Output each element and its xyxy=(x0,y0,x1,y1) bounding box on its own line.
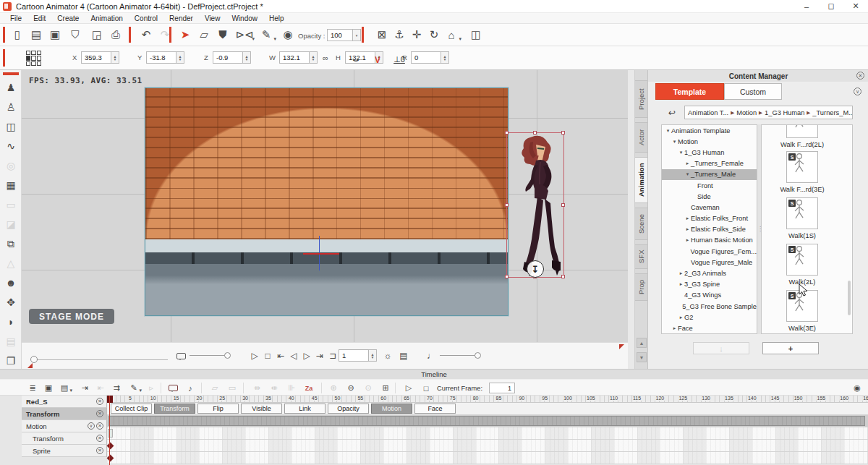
composer-icon[interactable]: ◫ xyxy=(0,119,22,135)
track-name-transform[interactable]: Transform✕ xyxy=(22,408,107,420)
play-icon[interactable]: ▷ xyxy=(402,382,415,394)
track-content-motion[interactable] xyxy=(107,427,868,440)
tree-item--turners-female[interactable]: ▸_Turners_Female xyxy=(662,158,757,169)
pen-edit-icon[interactable]: ✎▾ xyxy=(258,26,275,43)
clip-button-visible[interactable]: Visible xyxy=(241,404,282,414)
redo-icon[interactable]: ↷ xyxy=(156,26,174,43)
zero-anchor-icon[interactable]: Za xyxy=(302,382,315,394)
breadcrumb-item[interactable]: 1_G3 Human xyxy=(765,109,804,116)
dock-tab-animation[interactable]: Animation xyxy=(635,157,648,203)
audio-slider-knob[interactable] xyxy=(475,352,481,359)
breadcrumb-item[interactable]: Motion xyxy=(736,109,757,116)
render-preview-icon[interactable]: ◲ xyxy=(88,26,106,43)
eye-visibility-icon[interactable]: ◉ xyxy=(279,26,297,43)
opacity-field[interactable]: 100 xyxy=(327,29,353,41)
stage-canvas[interactable]: FPS: 33.93, AVG: 33.51 xyxy=(22,70,628,342)
breadcrumb[interactable]: Animation T...▶Motion▶1_G3 Human▶_Turner… xyxy=(684,106,853,119)
minimize-button[interactable]: – xyxy=(794,0,819,13)
lip-sync-icon[interactable] xyxy=(166,382,179,394)
clip-button-motion[interactable]: Motion xyxy=(371,404,412,414)
thumbnail-item[interactable]: SWalk(2L) xyxy=(762,244,843,286)
gear-icon[interactable]: ☼ xyxy=(380,349,395,363)
maximize-button[interactable]: ◻ xyxy=(819,0,843,13)
playback-frame-spinner[interactable]: ▲▼ xyxy=(369,349,377,362)
render-strip-icon[interactable]: ▤ xyxy=(396,349,411,363)
camera-view-icon[interactable]: ⊠ xyxy=(373,26,391,43)
zoom-out-icon[interactable]: ⊖ xyxy=(344,382,357,394)
keyframe-diamond[interactable] xyxy=(107,455,114,462)
tree-item-3-g3-spine[interactable]: ▸3_G3 Spine xyxy=(662,279,757,290)
dropdown-arrow-icon[interactable]: ▾ xyxy=(273,36,276,42)
breadcrumb-item[interactable]: _Turners_M... xyxy=(812,109,853,116)
timeline-ruler[interactable]: 5101520253035404550556065707580859095100… xyxy=(107,396,868,403)
transform-field-y[interactable]: -31.8 xyxy=(146,51,176,64)
selection-handle[interactable] xyxy=(561,131,565,135)
prev-frame-button[interactable]: ◁ xyxy=(286,349,301,363)
clip-button-face[interactable]: Face xyxy=(414,404,456,414)
track-close-icon[interactable]: ✕ xyxy=(96,447,103,454)
tree-item-vogue-figures-fem-[interactable]: Vogue Figures_Fem... xyxy=(662,246,757,257)
tab-template[interactable]: Template xyxy=(655,83,724,100)
collapse-panel-icon[interactable]: ∨ xyxy=(854,88,861,95)
tree-expand-icon[interactable]: ▾ xyxy=(671,139,678,145)
motion-capture-icon[interactable]: ∿ xyxy=(0,138,22,154)
tree-item-animation-template[interactable]: ▾Animation Template xyxy=(662,125,757,136)
new-project-icon[interactable]: ▯ xyxy=(9,26,26,43)
selection-handle[interactable] xyxy=(533,131,537,135)
close-button[interactable]: ✕ xyxy=(843,0,868,13)
menu-file[interactable]: File xyxy=(4,14,27,22)
layer-menu-icon[interactable]: ▤▾ xyxy=(58,382,71,394)
thumbnail-image[interactable]: S xyxy=(786,197,818,229)
tree-item-elastic-folks-side[interactable]: ▸Elastic Folks_Side xyxy=(662,224,757,235)
transform-field-x[interactable]: 359.3 xyxy=(81,51,111,64)
tree-item-1-g3-human[interactable]: ▾1_G3 Human xyxy=(662,147,757,158)
audio-note-icon[interactable]: ♪ xyxy=(184,382,197,394)
transform-field-z[interactable]: -0.9 xyxy=(213,51,243,64)
keyframe-diamond[interactable] xyxy=(107,443,114,450)
resize-grip-right[interactable] xyxy=(619,344,624,349)
menu-window[interactable]: Window xyxy=(226,14,263,22)
tree-expand-icon[interactable]: ▾ xyxy=(678,150,684,155)
dropdown-arrow-icon[interactable]: ▾ xyxy=(139,388,142,393)
dropdown-arrow-icon[interactable]: ▾ xyxy=(252,36,255,42)
body-puppet-icon[interactable]: ✥ xyxy=(0,294,22,310)
track-close-icon[interactable]: ✕ xyxy=(96,435,103,442)
selection-handle[interactable] xyxy=(505,275,509,278)
breadcrumb-item[interactable]: Animation T... xyxy=(688,109,728,116)
tree-item-motion[interactable]: ▾Motion xyxy=(662,136,757,147)
tree-expand-icon[interactable]: ▾ xyxy=(665,128,671,134)
content-manager-close-icon[interactable]: ✕ xyxy=(856,72,864,80)
tree-item-2-g3-animals[interactable]: ▸2_G3 Animals xyxy=(662,268,757,278)
save-project-icon[interactable]: ▣ xyxy=(46,26,64,43)
tree-expand-icon[interactable]: ▸ xyxy=(678,270,684,276)
clip-button-link[interactable]: Link xyxy=(284,404,326,414)
actor-icon[interactable]: ♟ xyxy=(0,80,22,95)
track-close-icon[interactable]: ✕ xyxy=(96,410,103,417)
flip-split-icon[interactable]: ⊳⊲▾ xyxy=(236,26,253,43)
anchor-icon[interactable]: ⚓ xyxy=(391,26,408,43)
flip-3d-icon[interactable]: ◫ xyxy=(467,26,485,43)
track-close-icon[interactable]: ✕ xyxy=(96,422,103,430)
tree-expand-icon[interactable]: ▸ xyxy=(684,237,691,243)
track-list-icon[interactable]: ≣ xyxy=(26,382,39,394)
selection-handle[interactable] xyxy=(505,131,509,135)
apply-button[interactable]: + xyxy=(762,342,819,354)
menu-edit[interactable]: Edit xyxy=(27,14,51,22)
clip-button-transform[interactable]: Transform xyxy=(154,404,195,414)
opacity-dropdown[interactable]: ▾ xyxy=(353,29,361,41)
audio-slider[interactable] xyxy=(440,355,477,356)
move-tool-icon[interactable]: ✛ xyxy=(408,26,425,43)
dock-scroll-up-icon[interactable]: ▲ xyxy=(637,338,647,348)
play-button[interactable]: ▷ xyxy=(247,349,262,363)
selection-handle[interactable] xyxy=(561,275,565,278)
layers-icon[interactable]: ⧉ xyxy=(0,236,22,252)
clip-button-flip[interactable]: Flip xyxy=(197,404,239,414)
tree-item-g2[interactable]: ▸G2 xyxy=(662,312,757,323)
stop-button[interactable]: □ xyxy=(260,349,275,363)
canvas-zoom-slider[interactable] xyxy=(35,359,168,360)
transform-spinner-r[interactable]: ▲▼ xyxy=(441,51,449,64)
tree-item-elastic-folks-front[interactable]: ▸Elastic Folks_Front xyxy=(662,213,757,224)
clip-button-opacity[interactable]: Opacity xyxy=(328,404,369,414)
transform-spinner-x[interactable]: ▲▼ xyxy=(111,51,119,64)
export-icon[interactable]: ⎙ xyxy=(107,26,124,43)
